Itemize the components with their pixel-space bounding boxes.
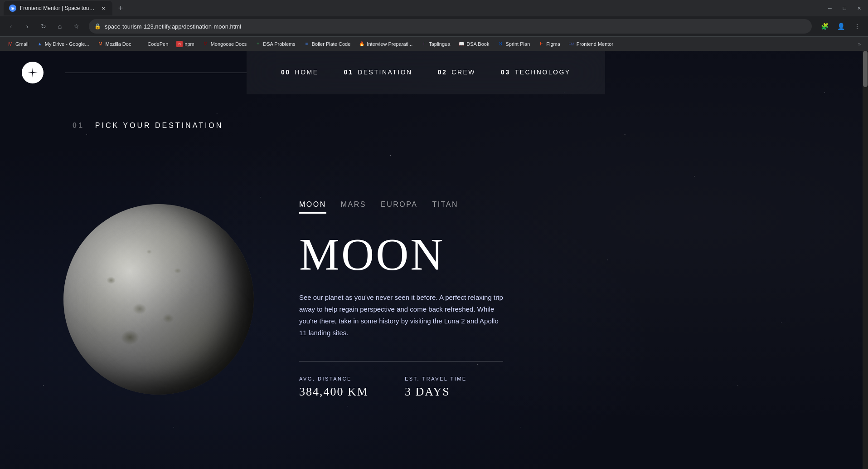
nav-crew[interactable]: 02 CREW: [425, 51, 488, 94]
travel-time-value: 3 DAYS: [405, 385, 467, 399]
nav-line: [65, 73, 247, 73]
nav-technology[interactable]: 03 TECHNOLOGY: [488, 51, 583, 94]
moon-container: [45, 186, 272, 413]
tab-moon[interactable]: MOON: [299, 200, 326, 214]
destination-name: MOON: [299, 232, 503, 277]
bookmark-button[interactable]: ☆: [69, 19, 83, 34]
npm-icon: n: [176, 41, 183, 47]
figma-icon: F: [538, 41, 544, 47]
nav-home[interactable]: 00 HOME: [268, 51, 331, 94]
bookmark-boilerplate[interactable]: ≡ Boiler Plate Code: [300, 40, 354, 48]
address-bar[interactable]: 🔒 space-tourism-123.netlify.app/destinat…: [89, 19, 812, 34]
destination-description: See our planet as you've never seen it b…: [299, 292, 503, 362]
mozilla-icon: M: [97, 41, 104, 47]
tab-europa[interactable]: EUROPA: [381, 200, 417, 214]
url-text: space-tourism-123.netlify.app/destinatio…: [105, 23, 241, 30]
distance-value: 384,400 KM: [299, 385, 369, 399]
page-title: PICK YOUR DESTINATION: [95, 122, 223, 130]
browser-toolbar: ‹ › ↻ ⌂ ☆ 🔒 space-tourism-123.netlify.ap…: [0, 16, 868, 36]
bookmarks-more-button[interactable]: »: [854, 40, 864, 48]
bookmark-dsabook[interactable]: 📖 DSA Book: [455, 40, 493, 48]
codepen-icon: [139, 41, 145, 47]
website-content: 00 HOME 01 DESTINATION 02 CREW 03 TECHNO…: [0, 51, 868, 469]
drive-icon: ▲: [37, 41, 43, 47]
back-button[interactable]: ‹: [4, 19, 18, 34]
menu-icon[interactable]: ⋮: [850, 19, 864, 34]
tab-mars[interactable]: MARS: [341, 200, 366, 214]
bookmark-drive[interactable]: ▲ My Drive - Google...: [33, 40, 93, 48]
nav-links: 00 HOME 01 DESTINATION 02 CREW 03 TECHNO…: [247, 51, 605, 94]
bookmark-mozilla[interactable]: M Mozilla Doc: [94, 40, 135, 48]
active-tab[interactable]: ◉ Frontend Mentor | Space tourism ✕: [4, 1, 112, 15]
interview-icon: 🔥: [359, 41, 365, 47]
lock-icon: 🔒: [94, 23, 101, 29]
bookmark-mongoose[interactable]: M Mongoose Docs: [199, 40, 251, 48]
window-controls: ─ □ ✕: [824, 3, 864, 14]
tab-title: Frontend Mentor | Space tourism: [20, 5, 96, 11]
gmail-icon: M: [7, 41, 14, 47]
nav-destination[interactable]: 01 DESTINATION: [331, 51, 425, 94]
browser-chrome: ◉ Frontend Mentor | Space tourism ✕ + ─ …: [0, 0, 868, 51]
bookmark-sprint[interactable]: S Sprint Plan: [494, 40, 533, 48]
bookmark-taplingua[interactable]: T Taplingua: [417, 40, 454, 48]
page-content: 01 PICK YOUR DESTINATION MOON MARS EUROP…: [0, 51, 868, 469]
dsabook-icon: 📖: [458, 41, 465, 47]
tab-bar: ◉ Frontend Mentor | Space tourism ✕ + ─ …: [0, 0, 868, 16]
destination-layout: MOON MARS EUROPA TITAN MOON See our plan…: [0, 130, 868, 469]
site-nav: 00 HOME 01 DESTINATION 02 CREW 03 TECHNO…: [0, 51, 868, 94]
bookmark-codepen[interactable]: CodePen: [136, 40, 172, 48]
bookmark-figma[interactable]: F Figma: [534, 40, 564, 48]
refresh-button[interactable]: ↻: [36, 19, 51, 34]
taplingua-icon: T: [421, 41, 427, 47]
page-number: 01: [73, 122, 84, 130]
tab-close-button[interactable]: ✕: [100, 5, 107, 12]
browser-actions: 🧩 👤 ⋮: [817, 19, 864, 34]
minimize-button[interactable]: ─: [824, 3, 835, 14]
dsa-icon: +: [255, 41, 261, 47]
bookmark-frontendmentor[interactable]: FM Frontend Mentor: [565, 40, 617, 48]
tab-titan[interactable]: TITAN: [432, 200, 458, 214]
profile-icon[interactable]: 👤: [834, 19, 848, 34]
forward-button[interactable]: ›: [20, 19, 34, 34]
mongoose-icon: M: [203, 41, 209, 47]
bookmarks-bar: M Gmail ▲ My Drive - Google... M Mozilla…: [0, 36, 868, 51]
page-header: 01 PICK YOUR DESTINATION: [0, 94, 868, 130]
bookmark-interview[interactable]: 🔥 Interview Preparati...: [355, 40, 416, 48]
travel-time-label: EST. TRAVEL TIME: [405, 376, 467, 381]
stat-distance: AVG. DISTANCE 384,400 KM: [299, 376, 369, 399]
destination-stats: AVG. DISTANCE 384,400 KM EST. TRAVEL TIM…: [299, 376, 503, 399]
site-logo[interactable]: [0, 62, 44, 83]
bookmark-dsa[interactable]: + DSA Problems: [251, 40, 299, 48]
vertical-scrollbar[interactable]: [863, 51, 868, 469]
moon-image: [63, 204, 254, 395]
tab-favicon: ◉: [9, 5, 16, 12]
sprint-icon: S: [497, 41, 504, 47]
destination-tabs: MOON MARS EUROPA TITAN: [299, 200, 503, 214]
distance-label: AVG. DISTANCE: [299, 376, 369, 381]
new-tab-button[interactable]: +: [114, 2, 127, 15]
stat-travel-time: EST. TRAVEL TIME 3 DAYS: [405, 376, 467, 399]
logo-circle: [22, 62, 44, 83]
boilerplate-icon: ≡: [304, 41, 310, 47]
bookmark-npm[interactable]: n npm: [173, 40, 198, 48]
maximize-button[interactable]: □: [839, 3, 850, 14]
home-button[interactable]: ⌂: [53, 19, 67, 34]
extensions-icon[interactable]: 🧩: [817, 19, 832, 34]
frontendmentor-icon: FM: [568, 41, 575, 47]
close-button[interactable]: ✕: [853, 3, 864, 14]
logo-star-icon: [27, 67, 38, 78]
destination-info: MOON MARS EUROPA TITAN MOON See our plan…: [299, 200, 548, 399]
bookmark-gmail[interactable]: M Gmail: [4, 40, 32, 48]
